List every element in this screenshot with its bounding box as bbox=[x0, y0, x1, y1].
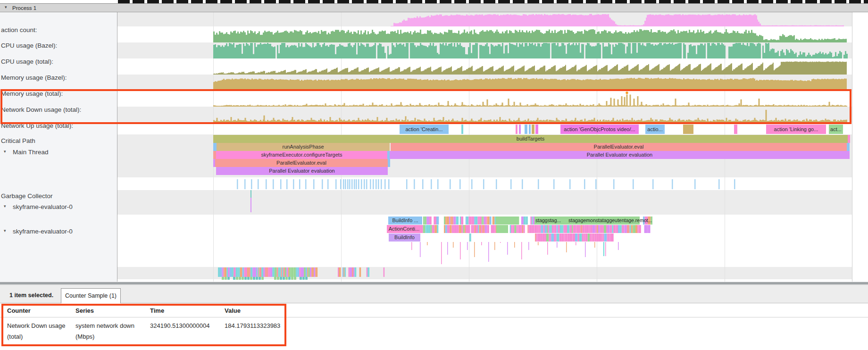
critical-path-tick[interactable] bbox=[683, 125, 693, 134]
critical-path-tick[interactable] bbox=[525, 125, 527, 134]
slice-skyframeexecutor-configuretargets[interactable]: skyframeExecutor.configureTargets bbox=[216, 151, 387, 159]
critical-path-chip[interactable]: action 'Linking go... bbox=[766, 125, 826, 134]
track-label-column: action count:CPU usage (Bazel):CPU usage… bbox=[0, 12, 117, 282]
selection-status: 1 item selected. bbox=[9, 292, 53, 299]
critical-path-tick[interactable] bbox=[519, 125, 521, 134]
chevron-down-icon[interactable]: ▾ bbox=[4, 228, 6, 233]
track-label-text: skyframe-evaluator-0 bbox=[0, 228, 73, 235]
track-label-main[interactable]: ▾Main Thread bbox=[0, 149, 116, 156]
critical-path-tick[interactable] bbox=[529, 125, 531, 134]
table-header-separator bbox=[0, 317, 868, 317]
track-label-net_down[interactable]: Network Down usage (total): bbox=[0, 106, 117, 113]
selected-sample-marker bbox=[626, 92, 628, 94]
col-header-series: Series bbox=[75, 307, 94, 314]
track-label-action[interactable]: action count: bbox=[0, 26, 117, 33]
evaluator-chip[interactable]: ActionConti... bbox=[387, 225, 421, 233]
evaluator-chip[interactable]: BuildInfo ... bbox=[388, 217, 422, 225]
track-label-net_up[interactable]: Network Up usage (total): bbox=[0, 122, 117, 129]
chevron-down-icon[interactable]: ▾ bbox=[4, 149, 6, 154]
track-label-critical[interactable]: Critical Path bbox=[0, 137, 117, 144]
track-label-gc[interactable]: Garbage Collector bbox=[0, 192, 117, 200]
tab-counter-sample[interactable]: Counter Sample (1) bbox=[61, 288, 121, 304]
critical-path-tick[interactable] bbox=[532, 125, 534, 134]
slice-parallelevaluator-eval[interactable]: ParallelEvaluator.eval bbox=[391, 143, 847, 151]
col-header-value: Value bbox=[225, 307, 241, 314]
critical-path-tick[interactable] bbox=[461, 125, 463, 134]
slice-parallel-evaluator-evaluation[interactable]: Parallel Evaluator evaluation bbox=[216, 167, 388, 175]
track-label-mem_total[interactable]: Memory usage (total): bbox=[0, 90, 117, 97]
cell-series-line1: system network down bbox=[75, 322, 134, 329]
slice-fragment[interactable] bbox=[848, 135, 850, 143]
details-tab-strip: 1 item selected. Counter Sample (1) bbox=[0, 285, 868, 303]
critical-path-chip[interactable]: action 'GenObjcProtos video/... bbox=[560, 125, 639, 134]
slice-parallelevaluator-eval[interactable]: ParallelEvaluator.eval bbox=[215, 159, 388, 167]
cell-time: 324190.51300000004 bbox=[150, 322, 210, 329]
panel-splitter[interactable] bbox=[0, 282, 868, 285]
counter-sample-table: Counter Series Time Value Network Down u… bbox=[0, 303, 868, 350]
slice-parallel-evaluator-evaluation[interactable]: Parallel Evaluator evaluation bbox=[390, 151, 850, 159]
slice-runanalysisphase[interactable]: runAnalysisPhase bbox=[217, 143, 390, 151]
critical-path-chip[interactable]: act... bbox=[829, 125, 843, 134]
slice-fragment[interactable] bbox=[847, 143, 850, 151]
critical-path-tick[interactable] bbox=[734, 125, 737, 134]
stage-slice-label: staggstag... bbox=[535, 217, 561, 223]
track-label-text: skyframe-evaluator-0 bbox=[0, 203, 73, 210]
slice-buildtargets[interactable]: buildTargets bbox=[213, 135, 848, 143]
track-label-eval1[interactable]: ▾skyframe-evaluator-0 bbox=[0, 203, 116, 210]
critical-path-chip[interactable]: actio... bbox=[645, 125, 665, 134]
critical-path-chip[interactable]: action 'Creatin... bbox=[400, 125, 449, 134]
cell-counter-line2: (total) bbox=[7, 333, 23, 340]
slice-fragment[interactable] bbox=[388, 159, 390, 167]
critical-path-tick[interactable] bbox=[535, 125, 538, 134]
critical-path-tick[interactable] bbox=[516, 125, 517, 134]
cell-value: 184.1793113323983 bbox=[225, 322, 280, 329]
track-label-eval2[interactable]: ▾skyframe-evaluator-0 bbox=[0, 228, 116, 235]
track-label-mem_bazel[interactable]: Memory usage (Bazel): bbox=[0, 74, 117, 81]
chevron-down-icon[interactable]: ▾ bbox=[4, 204, 6, 208]
track-label-text: Main Thread bbox=[0, 149, 49, 156]
stage-slice-label: stagagemonstataggeutentage.remot... bbox=[568, 217, 652, 223]
track-label-cpu_bazel[interactable]: CPU usage (Bazel): bbox=[0, 42, 117, 49]
trace-viewer: ▾ Process 1 action 'Creatin...action 'Ge… bbox=[0, 0, 868, 350]
cell-counter-line1: Network Down usage bbox=[7, 322, 66, 329]
slice-fragment[interactable] bbox=[213, 143, 217, 151]
track-label-cpu_total[interactable]: CPU usage (total): bbox=[0, 58, 117, 65]
col-header-counter: Counter bbox=[7, 307, 31, 314]
evaluator-chip[interactable]: BuildInfo bbox=[389, 233, 420, 242]
cell-series-line2: (Mbps) bbox=[75, 333, 94, 340]
col-header-time: Time bbox=[150, 307, 164, 314]
